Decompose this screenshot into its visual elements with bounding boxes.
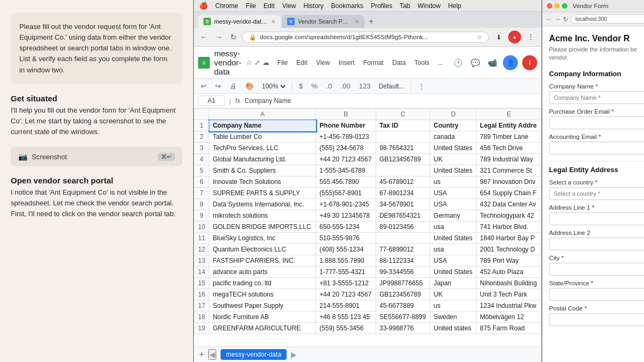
state-input[interactable] [549,288,644,301]
cell-13-d[interactable]: USA [430,255,477,267]
cell-1-a[interactable]: Company Name [209,120,316,131]
cell-6-a[interactable]: Innovate Tech Solutions [209,176,316,188]
decimal-inc-btn[interactable]: .00 [338,80,353,92]
cell-13-a[interactable]: FASTSHIP CARRIERS, INC. [209,255,316,267]
cell-3-c[interactable]: 98-7654321 [376,143,430,154]
close-window-btn[interactable] [547,3,552,9]
cell-13-b[interactable]: 1.888.555.7890 [316,255,376,267]
user-avatar-2[interactable]: i [522,55,537,70]
new-tab-button[interactable]: + [365,16,377,27]
cell-7-b[interactable]: (555)567-8901 [316,188,376,199]
tab-portal-close[interactable]: ✕ [355,19,359,25]
cell-3-a[interactable]: TechPro Services, LLC [209,143,316,154]
cell-7-e[interactable]: 654 Supply Chain F [477,188,541,199]
cell-16-a[interactable]: megaTECH solutions [209,289,316,300]
decimal-dec-btn[interactable]: .0 [324,80,335,92]
cell-15-c[interactable]: JP9988776655 [376,278,430,289]
cell-14-c[interactable]: 99-3344556 [376,267,430,278]
download-icon[interactable]: ⬇ [492,31,505,43]
menu-tools-sheets[interactable]: Tools [411,57,433,68]
cell-18-c[interactable]: SE556677-8899 [376,312,430,323]
cell-18-e[interactable]: Möbelvägen 12 [477,312,541,323]
cell-5-b[interactable]: 1-555-345-6789 [316,165,376,176]
menu-file[interactable]: File [246,2,256,10]
cell-19-b[interactable]: (559) 555-3456 [316,323,376,334]
menu-tab[interactable]: Tab [400,2,410,10]
table-row[interactable]: 16megaTECH solutions+44 20 7123 4567GB12… [194,289,541,300]
cell-5-e[interactable]: 321 Commerce St [477,165,541,176]
forward-button[interactable]: → [213,32,225,42]
col-header-d[interactable]: D [430,109,477,120]
cell-2-e[interactable]: 789 Timber Lane [477,131,541,143]
cell-13-e[interactable]: 789 Port Way [477,255,541,267]
cell-12-e[interactable]: 2001 Technology D [477,244,541,255]
cell-5-a[interactable]: Smith & Co. Suppliers [209,165,316,176]
table-row[interactable]: 19GREENFARM AGRICULTURE(559) 555-345633-… [194,323,541,334]
cell-9-e[interactable]: Technologypark 42 [477,210,541,221]
col-header-b[interactable]: B [316,109,376,120]
cell-2-d[interactable]: canada [430,131,477,143]
redo-btn[interactable]: ↪ [213,80,224,92]
postal-input[interactable] [549,313,644,326]
comments-icon[interactable]: 💬 [469,56,481,69]
cell-10-b[interactable]: 650-555-1234 [316,221,376,233]
cell-6-b[interactable]: 555.456.7890 [316,176,376,188]
maximize-window-btn[interactable] [562,3,567,9]
cell-11-d[interactable]: United States [430,233,477,244]
cell-3-b[interactable]: (555) 234-5678 [316,143,376,154]
cell-12-a[interactable]: Quantum Electronics LLC [209,244,316,255]
cell-11-a[interactable]: BlueSky Logistics, Inc [209,233,316,244]
cell-6-d[interactable]: us [430,176,477,188]
menu-edit-sheets[interactable]: Edit [292,57,311,68]
menu-edit[interactable]: Edit [264,2,275,10]
table-row[interactable]: 2Table Lumber Co+1-456-789-0123canada789… [194,131,541,143]
cell-1-b[interactable]: Phone Number [316,120,376,131]
table-row[interactable]: 11BlueSky Logistics, Inc510-555-9876Unit… [194,233,541,244]
address-bar[interactable]: 🔒 docs.google.com/spreadsheets/d/1gtlEK5… [242,32,489,43]
sheet-arrow-left[interactable]: ◀ [208,349,216,360]
reload-button[interactable]: ↻ [228,32,239,42]
minimize-window-btn[interactable] [554,3,560,9]
cell-16-e[interactable]: Unit 3 Tech Park [477,289,541,300]
col-header-a[interactable]: A [209,109,316,120]
cell-4-e[interactable]: 789 Industrial Way [477,154,541,165]
menu-view-sheets[interactable]: View [312,57,334,68]
cell-8-e[interactable]: 432 Data Center Av [477,199,541,210]
cell-15-a[interactable]: pacific trading co, ltd [209,278,316,289]
cell-11-c[interactable] [376,233,430,244]
table-row[interactable]: 8Data Systems International, Inc.+1-678-… [194,199,541,210]
cell-12-d[interactable]: usa [430,244,477,255]
cell-3-d[interactable]: United States [430,143,477,154]
print-btn[interactable]: 🖨 [227,80,239,92]
cell-14-a[interactable]: advance auto parts [209,267,316,278]
number-format-btn[interactable]: 123 [356,80,374,92]
cell-9-b[interactable]: +49 30 12345678 [316,210,376,221]
cell-7-c[interactable]: 67-8901234 [376,188,430,199]
menu-view[interactable]: View [282,2,296,10]
rp-reload-btn[interactable]: ↻ [563,16,568,23]
cell-10-c[interactable]: 89-0123456 [376,221,430,233]
star-sheets-icon[interactable]: ☆ [246,58,252,67]
cell-17-c[interactable]: 45-6677889 [376,300,430,312]
cell-19-d[interactable]: United states [430,323,477,334]
cell-6-c[interactable]: 45-6789012 [376,176,430,188]
table-row[interactable]: 13FASTSHIP CARRIERS, INC.1.888.555.78908… [194,255,541,267]
table-row[interactable]: 7SUPREME PARTS & SUPPLY(555)567-890167-8… [194,188,541,199]
cell-9-d[interactable]: Germany [430,210,477,221]
cell-9-a[interactable]: mikrotech solutions [209,210,316,221]
cell-4-b[interactable]: +44 20 7123 4567 [316,154,376,165]
cell-15-d[interactable]: Japan [430,278,477,289]
cell-8-b[interactable]: +1-678-901-2345 [316,199,376,210]
spreadsheet-grid[interactable]: A B C D E 1Company NamePhone NumberTax I… [194,108,541,346]
cell-reference-input[interactable] [198,95,225,106]
tab-spreadsheet-close[interactable]: ✕ [271,19,275,25]
cell-10-d[interactable]: usa [430,221,477,233]
video-icon[interactable]: 📹 [486,56,499,69]
cell-12-c[interactable]: 77-6899012 [376,244,430,255]
cell-2-b[interactable]: +1-456-789-0123 [316,131,376,143]
percent-btn[interactable]: % [309,80,320,92]
col-header-c[interactable]: C [376,109,430,120]
address2-input[interactable] [549,238,644,250]
cell-16-b[interactable]: +44 20 7123 4567 [316,289,376,300]
table-row[interactable]: 12Quantum Electronics LLC(408) 555-12347… [194,244,541,255]
